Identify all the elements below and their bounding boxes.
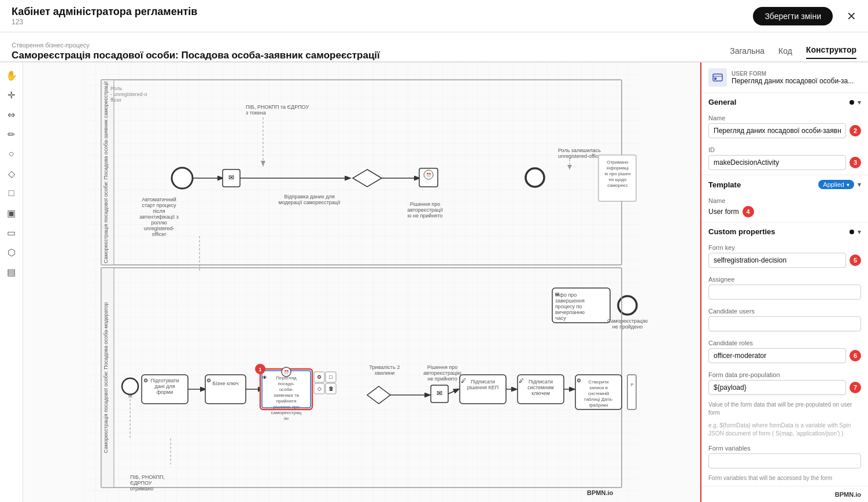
badge-6: 6 (849, 350, 861, 361)
svg-text:після: після (153, 208, 165, 214)
svg-text:🗑: 🗑 (328, 386, 334, 392)
svg-text:⚙: ⚙ (143, 378, 148, 383)
form-key-row: 5 (708, 253, 861, 268)
tool-hand[interactable]: ✋ (3, 67, 20, 83)
form-data-group: Form data pre-population 7 (701, 368, 868, 400)
tool-hex[interactable]: ⬡ (3, 244, 20, 260)
applied-badge[interactable]: Applied ▾ (818, 180, 854, 189)
left-toolbar: ✋ ✛ ⇔ ✏ ○ ◇ □ ▣ ▭ ⬡ ▤ (0, 62, 23, 502)
svg-text:автентифікації з: автентифікації з (139, 214, 179, 220)
tool-circle[interactable]: ○ (3, 146, 20, 162)
svg-text:Підготувати: Підготувати (151, 378, 179, 383)
main-area: ✋ ✛ ⇔ ✏ ○ ◇ □ ▣ ▭ ⬡ ▤ Самореєстрація пос… (0, 62, 868, 502)
badge-7: 7 (849, 382, 861, 393)
tool-crosshair[interactable]: ✛ (3, 87, 20, 103)
svg-text:рішення КЕП: рішення КЕП (467, 385, 498, 390)
name-row: 2 (708, 123, 861, 138)
svg-text:Автоматичний: Автоматичний (142, 197, 176, 202)
svg-text:Тривалість 2: Тривалість 2 (370, 364, 400, 370)
svg-text:Відправка даних для: Відправка даних для (284, 194, 334, 200)
candidate-roles-label: Candidate roles (708, 339, 861, 346)
svg-text:процесу по: процесу по (555, 304, 582, 309)
tool-shape[interactable]: ▭ (3, 224, 20, 241)
svg-text:Рішення про: Рішення про (427, 364, 457, 370)
assignee-label: Assignee (708, 276, 861, 283)
id-input[interactable] (708, 155, 846, 170)
assignee-input[interactable] (708, 285, 861, 300)
assignee-group: Assignee (701, 272, 868, 304)
applied-chevron: ▾ (847, 182, 849, 188)
svg-text:Роль залишилась: Роль залишилась (558, 147, 601, 153)
canvas-area[interactable]: Самореєстрація посадової особи: Посадова… (23, 62, 700, 502)
bpmn-io-label: BPMN.io (587, 489, 614, 496)
tool-move[interactable]: ⇔ (3, 106, 20, 123)
svg-rect-0 (84, 62, 639, 502)
svg-text:фабрики: фабрики (589, 403, 608, 408)
general-chevron: ▾ (858, 98, 861, 106)
svg-text:⚙: ⚙ (577, 378, 581, 383)
svg-text:таблиці Дата-: таблиці Дата- (584, 397, 614, 402)
svg-text:вичерпанню: вичерпанню (555, 309, 585, 315)
breadcrumb: Створення бізнес-процесу (12, 42, 380, 49)
id-row: 3 (708, 155, 861, 170)
tool-data[interactable]: ▣ (3, 205, 20, 221)
svg-text:не прийнято: не прийнято (427, 376, 457, 382)
template-section-header[interactable]: Template Applied ▾ ▾ (701, 175, 868, 194)
form-data-label: Form data pre-population (708, 371, 861, 378)
svg-text:системним: системним (527, 385, 553, 390)
svg-text:особи-: особи- (279, 387, 294, 392)
panel-header-info: USER FORM Перегляд даних посадової особи… (732, 71, 854, 85)
general-section-header[interactable]: General ▾ (701, 93, 868, 111)
id-field-group: ID 3 (701, 143, 868, 175)
candidate-roles-input[interactable] (708, 348, 846, 363)
form-data-input[interactable] (708, 380, 846, 395)
svg-point-58 (122, 378, 138, 394)
tab-general[interactable]: Загальна (730, 46, 764, 59)
candidate-users-input[interactable] (708, 316, 861, 331)
candidate-users-group: Candidate users (701, 304, 868, 336)
sub-header: Створення бізнес-процесу Самореєстрація … (0, 32, 868, 62)
svg-text:ключем: ключем (531, 390, 550, 396)
section-dot (849, 100, 854, 105)
svg-text:ю про рішен: ю про рішен (604, 171, 630, 176)
bpmn-io-branding: BPMN.io (701, 486, 868, 502)
name-input[interactable] (708, 123, 846, 138)
svg-text:форми: форми (157, 389, 173, 395)
template-chevron: ▾ (858, 180, 861, 189)
tab-code[interactable]: Код (778, 46, 792, 59)
save-button[interactable]: Зберегти зміни (753, 7, 833, 25)
tool-diamond[interactable]: ◇ (3, 165, 20, 182)
svg-point-31 (526, 168, 544, 187)
form-variables-help: Form variables that will be accessed by … (701, 473, 868, 486)
breadcrumb-area: Створення бізнес-процесу Самореєстрація … (12, 42, 380, 61)
form-variables-label: Form variables (708, 445, 861, 452)
svg-point-52 (618, 296, 637, 315)
svg-text:автореєстрації: автореєстрації (407, 207, 443, 213)
tab-constructor[interactable]: Конструктор (806, 45, 856, 59)
svg-text:unregistered-: unregistered- (143, 226, 174, 231)
svg-text:⚙: ⚙ (206, 378, 211, 383)
form-key-input[interactable] (708, 253, 846, 268)
custom-chevron: ▾ (858, 228, 861, 236)
custom-properties-header[interactable]: Custom properties ▾ (701, 223, 868, 241)
svg-text:не пройдено: не пройдено (612, 324, 643, 330)
tool-pen[interactable]: ✏ (3, 126, 20, 142)
panel-header-icon (708, 68, 727, 87)
svg-text:ПІБ, РНОКПП та ЄДРПОУ: ПІБ, РНОКПП та ЄДРПОУ (246, 104, 309, 110)
badge-3: 3 (849, 157, 861, 168)
form-variables-input[interactable] (708, 453, 861, 468)
svg-text:дані для: дані для (154, 383, 175, 389)
tool-rect[interactable]: □ (3, 185, 20, 201)
id-label: ID (708, 146, 861, 153)
close-button[interactable]: ✕ (847, 9, 856, 23)
svg-text:⏰: ⏰ (426, 172, 431, 178)
general-section-title: General (708, 98, 736, 106)
svg-text:ю не прийнято: ю не прийнято (408, 213, 443, 219)
tool-grid[interactable]: ▤ (3, 264, 20, 280)
svg-text:✉: ✉ (228, 174, 234, 182)
applied-label: Applied (823, 181, 844, 188)
svg-text:посадо-: посадо- (278, 381, 294, 386)
template-section: Template Applied ▾ ▾ Name User form 4 (701, 175, 868, 223)
custom-properties-title: Custom properties (708, 227, 775, 236)
svg-rect-131 (714, 77, 716, 80)
